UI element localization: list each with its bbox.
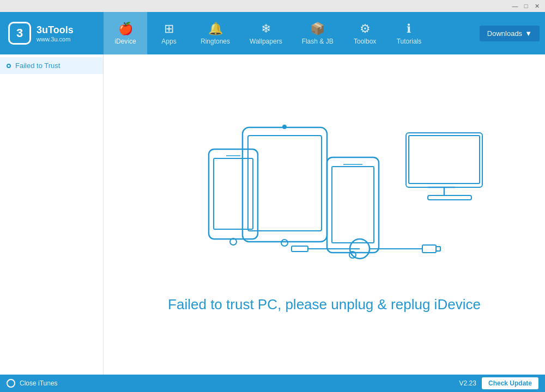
sidebar: Failed to Trust: [0, 54, 104, 375]
svg-rect-1: [248, 136, 322, 231]
ringtones-label: Ringtones: [201, 38, 230, 45]
svg-rect-13: [409, 136, 480, 183]
title-bar: — □ ✕: [0, 0, 545, 12]
idevice-icon: 🍎: [118, 22, 133, 36]
header: 3 3uTools www.3u.com 🍎 iDevice ⊞ Apps 🔔 …: [0, 12, 545, 54]
svg-rect-21: [422, 245, 436, 253]
close-button[interactable]: ✕: [531, 1, 542, 11]
idevice-label: iDevice: [114, 38, 136, 45]
wallpapers-icon: ❄: [261, 22, 271, 36]
svg-point-3: [281, 240, 288, 246]
content-area: Failed to trust PC, please unplug & repl…: [104, 54, 545, 375]
sidebar-item-failed-to-trust[interactable]: Failed to Trust: [0, 57, 103, 74]
nav-tab-wallpapers[interactable]: ❄ Wallpapers: [240, 12, 292, 54]
version-label: V2.23: [459, 379, 476, 387]
svg-point-2: [283, 125, 286, 128]
flash-icon: 📦: [310, 22, 325, 36]
svg-rect-4: [209, 149, 258, 239]
app-url: www.3u.com: [37, 36, 74, 42]
status-bar: Close iTunes V2.23 Check Update: [0, 375, 545, 392]
nav-tab-idevice[interactable]: 🍎 iDevice: [104, 12, 147, 54]
apps-label: Apps: [161, 38, 176, 45]
apps-icon: ⊞: [164, 22, 174, 36]
svg-rect-17: [292, 246, 308, 252]
sidebar-item-label: Failed to Trust: [15, 62, 60, 70]
nav-tab-flash[interactable]: 📦 Flash & JB: [292, 12, 343, 54]
svg-rect-5: [214, 158, 253, 229]
check-update-button[interactable]: Check Update: [482, 377, 538, 389]
minimize-button[interactable]: —: [510, 1, 520, 11]
logo-icon: 3: [8, 22, 31, 45]
svg-rect-16: [428, 195, 471, 200]
app-name: 3uTools: [37, 24, 74, 36]
svg-rect-0: [243, 127, 327, 242]
status-left: Close iTunes: [7, 379, 58, 388]
nav-tab-ringtones[interactable]: 🔔 Ringtones: [191, 12, 240, 54]
close-itunes-label[interactable]: Close iTunes: [20, 379, 58, 387]
dot-icon: [7, 64, 11, 68]
downloads-button[interactable]: Downloads ▼: [480, 26, 540, 41]
svg-rect-9: [332, 167, 374, 243]
main-area: Failed to Trust: [0, 54, 545, 375]
logo-text: 3uTools www.3u.com: [37, 24, 74, 42]
svg-rect-8: [327, 157, 379, 253]
toolbox-icon: ⚙: [360, 22, 371, 36]
nav-tab-tutorials[interactable]: ℹ Tutorials: [387, 12, 432, 54]
downloads-label: Downloads: [487, 29, 522, 38]
tutorials-label: Tutorials: [397, 38, 422, 45]
fail-message: Failed to trust PC, please unplug & repl…: [168, 296, 481, 313]
logo-area: 3 3uTools www.3u.com: [0, 22, 104, 45]
wallpapers-label: Wallpapers: [250, 38, 282, 45]
status-right: V2.23 Check Update: [459, 377, 538, 389]
tutorials-icon: ℹ: [407, 22, 411, 36]
status-indicator-icon: [7, 379, 15, 388]
ringtones-icon: 🔔: [208, 22, 223, 36]
maximize-button[interactable]: □: [520, 1, 531, 11]
nav-tabs: 🍎 iDevice ⊞ Apps 🔔 Ringtones ❄ Wallpaper…: [104, 12, 480, 54]
nav-tab-toolbox[interactable]: ⚙ Toolbox: [343, 12, 387, 54]
flash-label: Flash & JB: [302, 38, 334, 45]
svg-rect-22: [436, 247, 440, 251]
device-illustration: [161, 117, 488, 280]
svg-rect-12: [406, 133, 482, 187]
nav-tab-apps[interactable]: ⊞ Apps: [147, 12, 191, 54]
downloads-arrow-icon: ▼: [525, 29, 532, 38]
toolbox-label: Toolbox: [354, 38, 376, 45]
